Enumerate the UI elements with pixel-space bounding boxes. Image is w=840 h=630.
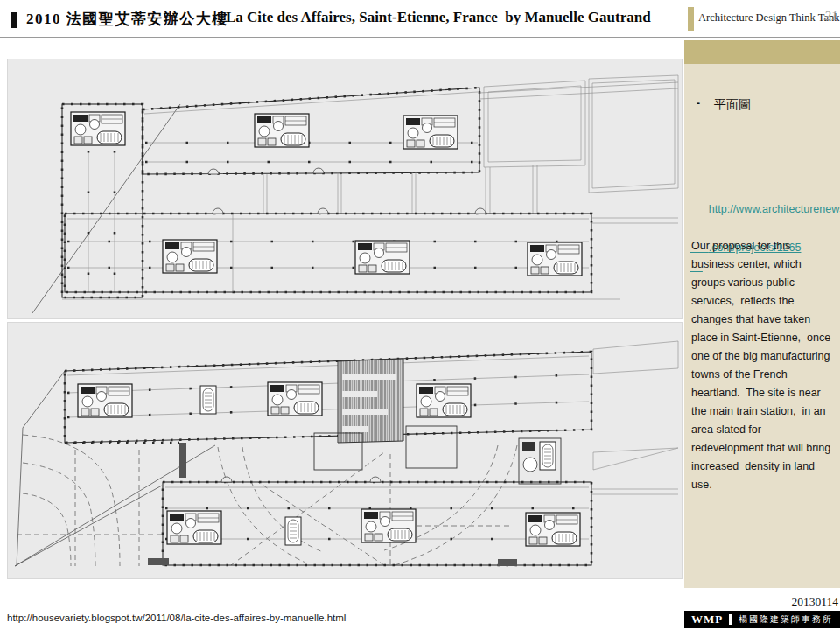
upper-floor-plan-figure [7,59,682,319]
sidebar-body: - 平面圖 http://www.architecturenewsplus .c… [684,64,840,588]
title-accent-bar [11,12,17,28]
firm-banner: WMP 楊國隆建築師事務所 [684,611,840,628]
upper-floor-plan-drawing [8,60,682,318]
sidebar-top-band [684,40,840,64]
firm-logo-text: WMP [691,612,723,626]
page-number: 21 [824,9,837,24]
ground-floor-plan-drawing [8,323,682,578]
project-description: Our proposal for this business center, w… [691,237,836,494]
bullet-dash-icon: - [696,97,700,109]
sidebar: - 平面圖 http://www.architecturenewsplus .c… [684,40,840,588]
project-link-line1: http://www.architecturenewsplus [709,203,840,215]
brand-block: Architecture Design Think Tank 21 [684,0,840,37]
section-label: 平面圖 [714,97,751,111]
firm-separator-bar [729,614,732,625]
firm-name: 楊國隆建築師事務所 [738,613,833,626]
brand-title: Architecture Design Think Tank [698,11,839,24]
date-stamp: 20130114 [684,595,838,609]
brand-accent-bar [688,7,694,31]
slide-header: 2010 法國聖艾蒂安辦公大樓 La Cite des Affaires, Sa… [0,0,840,38]
page-title-en: La Cite des Affaires, Saint-Etienne, Fra… [226,9,651,26]
page-title-zh: 2010 法國聖艾蒂安辦公大樓 [26,9,228,29]
section-label-row: - 平面圖 [696,97,751,113]
source-url: http://housevariety.blogspot.tw/2011/08/… [7,612,346,623]
ground-floor-plan-figure [7,322,682,579]
